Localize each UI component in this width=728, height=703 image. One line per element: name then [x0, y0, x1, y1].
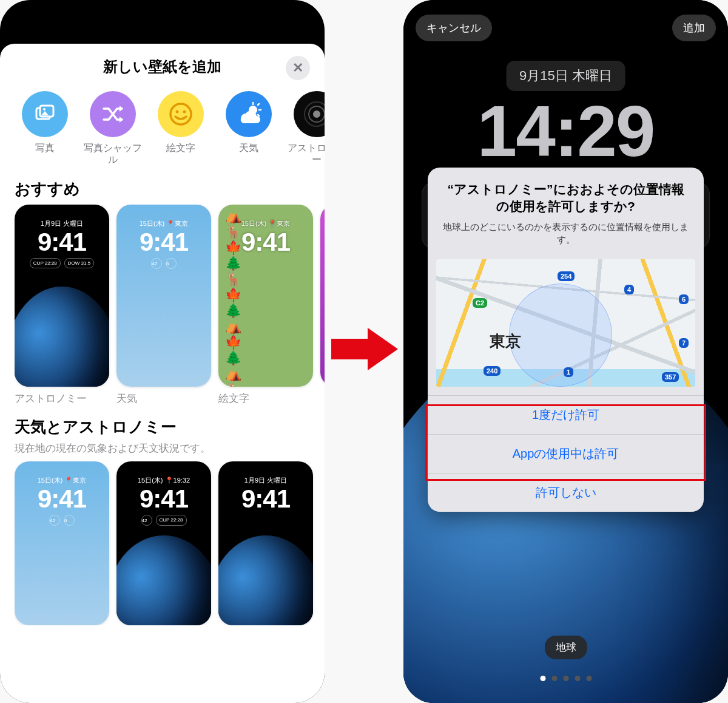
route-badge: 4	[624, 285, 634, 294]
category-astronomy[interactable]: アストロノミー	[285, 91, 325, 165]
svg-line-9	[258, 104, 259, 105]
card-label: 天気	[116, 392, 211, 406]
photos-icon	[22, 91, 68, 137]
sheet-title: 新しい壁紙を追加	[103, 57, 221, 76]
category-weather[interactable]: 天気	[217, 91, 280, 165]
svg-point-4	[176, 110, 179, 114]
route-badge: 254	[558, 271, 575, 281]
section-suggested-title: おすすめ	[15, 178, 325, 200]
allow-while-using-button[interactable]: Appの使用中は許可	[428, 434, 704, 473]
category-row: 写真 写真シャッフル 絵文字 天気	[0, 85, 325, 168]
svg-point-2	[43, 108, 46, 110]
svg-line-10	[258, 115, 259, 116]
suggested-card-color[interactable]	[320, 205, 325, 387]
map-city-label: 東京	[490, 331, 521, 352]
svg-point-11	[313, 110, 320, 118]
card-time: 9:41	[15, 484, 109, 514]
shuffle-icon	[90, 91, 136, 137]
arrow-icon	[331, 328, 398, 370]
svg-point-5	[183, 110, 186, 114]
card-time: 9:41	[218, 228, 313, 257]
card-label: アストロノミー	[15, 392, 109, 406]
category-label: 天気	[239, 142, 258, 154]
card-time: 9:41	[116, 484, 211, 514]
phone-right: キャンセル 追加 9月15日 木曜日 14:29 335 384 5.31 地球…	[403, 0, 728, 703]
card-date: 15日(木) 📍東京	[218, 219, 313, 228]
card-time: 9:41	[218, 484, 313, 514]
allow-once-button[interactable]: 1度だけ許可	[428, 395, 704, 434]
page-dots[interactable]	[540, 676, 592, 681]
card-date: 15日(木) 📍東京	[15, 476, 109, 485]
svg-point-3	[170, 104, 191, 124]
lock-time[interactable]: 14:29	[403, 90, 728, 172]
route-badge: 1	[564, 367, 573, 377]
wallpaper-name-label: 地球	[545, 636, 587, 659]
wallpaper-sheet: 新しい壁紙を追加 ✕ 写真 写真シャッフル	[0, 44, 325, 703]
category-photos[interactable]: 写真	[13, 91, 76, 165]
route-badge: 357	[662, 372, 679, 382]
alert-title: “アストロノミー”におおよその位置情報の使用を許可しますか?	[442, 181, 689, 216]
card-date: 1月9日 火曜日	[218, 476, 313, 485]
emoji-icon	[158, 91, 204, 137]
suggested-card-weather[interactable]: 15日(木) 📍東京 9:41 426	[116, 205, 211, 387]
deny-button[interactable]: 許可しない	[428, 473, 704, 512]
weather-card-2[interactable]: 15日(木) 📍19:32 9:41 42CUP 22:28	[116, 461, 211, 625]
lock-date[interactable]: 9月15日 木曜日	[506, 61, 625, 91]
category-label: 絵文字	[166, 142, 195, 154]
card-date: 15日(木) 📍19:32	[116, 476, 211, 485]
card-date: 15日(木) 📍東京	[116, 219, 211, 228]
route-badge: 240	[484, 366, 500, 376]
category-shuffle[interactable]: 写真シャッフル	[81, 91, 144, 165]
section-weather-title: 天気とアストロノミー	[15, 416, 325, 438]
cancel-button[interactable]: キャンセル	[416, 15, 492, 41]
weather-card-1[interactable]: 15日(木) 📍東京 9:41 426	[15, 461, 109, 625]
category-label: アストロノミー	[285, 142, 325, 165]
card-time: 9:41	[15, 228, 109, 257]
location-permission-alert: “アストロノミー”におおよその位置情報の使用を許可しますか? 地球上のどこにいる…	[428, 168, 704, 512]
route-badge: C2	[473, 298, 487, 308]
category-label: 写真	[35, 142, 55, 154]
alert-message: 地球上のどこにいるのかを表示するのに位置情報を使用します。	[442, 220, 689, 246]
card-label: 絵文字	[218, 392, 313, 406]
phone-left: 新しい壁紙を追加 ✕ 写真 写真シャッフル	[0, 0, 325, 703]
card-date: 1月9日 火曜日	[15, 219, 109, 228]
suggested-card-astronomy[interactable]: 1月9日 火曜日 9:41 CUP 22:28DOW 31.5	[15, 205, 109, 387]
section-weather-subtitle: 現在地の現在の気象および天文状況です。	[15, 441, 325, 455]
close-button[interactable]: ✕	[286, 56, 310, 80]
close-icon: ✕	[292, 60, 303, 76]
category-label: 写真シャッフル	[81, 142, 144, 165]
route-badge: 7	[679, 338, 689, 348]
category-emoji[interactable]: 絵文字	[149, 91, 212, 165]
suggested-card-emoji[interactable]: ⛺🦌🍁🌲🦌🍁🌲⛺🍁🌲⛺🦌🌲⛺🦌🍁⛺🦌🍁🌲🦌🍁🌲⛺🍁🌲⛺🦌🌲⛺🦌🍁 15日(木) …	[218, 205, 313, 387]
add-button[interactable]: 追加	[672, 15, 716, 41]
alert-map: 東京 C2 254 4 6 240 1 7 357	[436, 259, 695, 387]
weather-icon	[226, 91, 272, 137]
approximate-location-circle	[509, 284, 612, 387]
card-time: 9:41	[116, 228, 211, 257]
astronomy-icon	[294, 91, 325, 137]
route-badge: 6	[679, 294, 689, 304]
weather-card-3[interactable]: 1月9日 火曜日 9:41	[218, 461, 313, 625]
